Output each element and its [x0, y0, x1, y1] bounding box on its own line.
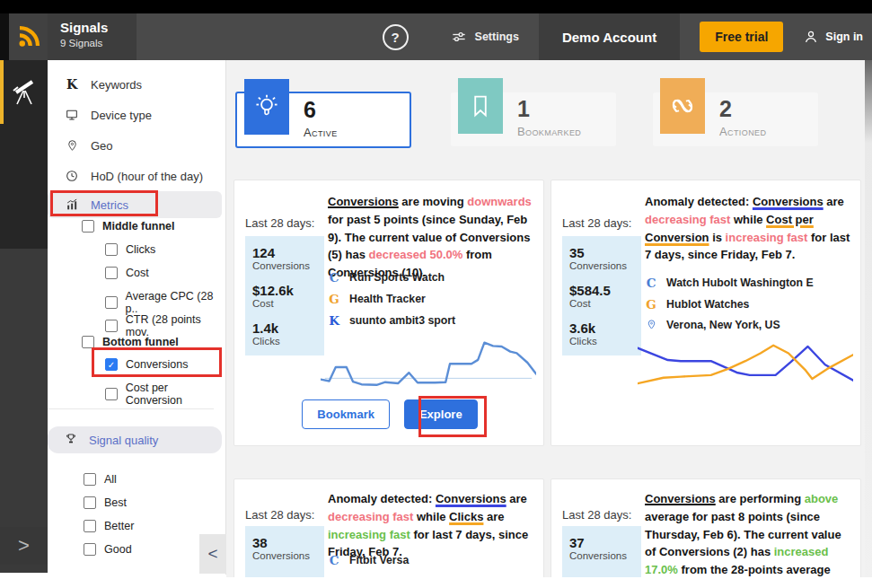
rss-logo-icon	[15, 23, 42, 50]
metrics-chart-icon	[64, 197, 80, 212]
sidebar-item-keywords[interactable]: K Keywords	[48, 71, 222, 98]
entity-campaign[interactable]: C Fitbit Versa	[328, 553, 409, 567]
stat-card-actioned[interactable]: 2 Actioned	[653, 92, 818, 146]
entity-c-icon: C	[645, 276, 657, 290]
filter-ctr[interactable]: CTR (28 points mov.	[105, 313, 225, 338]
sidebar-item-device-type[interactable]: Device type	[48, 101, 222, 128]
checkbox[interactable]	[84, 520, 96, 532]
filter-conversions[interactable]: Conversions	[105, 358, 188, 371]
checkbox[interactable]	[82, 220, 94, 233]
bookmark-button[interactable]: Bookmark	[302, 399, 390, 429]
sidebar-item-hod[interactable]: HoD (hour of the day)	[48, 162, 222, 189]
vertical-scrollbar[interactable]	[865, 60, 872, 577]
sidebar-item-geo[interactable]: Geo	[48, 132, 222, 159]
sign-in-button[interactable]: Sign in	[803, 29, 863, 45]
entity-location[interactable]: Verona, New York, US	[645, 318, 780, 331]
app-logo[interactable]	[9, 13, 48, 60]
app-title: Signals	[60, 20, 137, 36]
stat-card-bookmarked[interactable]: 1 Bookmarked	[451, 92, 616, 146]
metric-label: Clicks	[252, 336, 317, 347]
stat-card-active[interactable]: 6 Active	[235, 92, 411, 148]
checkbox[interactable]	[84, 496, 96, 509]
checkbox[interactable]	[105, 267, 118, 279]
quality-good[interactable]: Good	[84, 543, 132, 556]
signal-card-4: Last 28 days: 37 Conversions Conversions…	[551, 478, 861, 577]
bookmarked-count: 1	[517, 96, 530, 122]
telescope-nav-icon[interactable]	[9, 76, 40, 114]
metric-value: 35	[569, 245, 634, 260]
help-icon[interactable]: ?	[383, 24, 409, 50]
settings-label: Settings	[475, 31, 519, 43]
entity-campaign[interactable]: C Run Sports Watch	[328, 270, 445, 285]
entity-g-icon: G	[328, 575, 340, 577]
metric-value: 3.6k	[569, 320, 634, 336]
metric-label: Cost	[569, 298, 634, 309]
sidebar-item-label: Signal quality	[89, 434, 158, 447]
location-pin-icon	[645, 318, 657, 331]
actioned-count: 2	[719, 96, 732, 122]
sidebar-item-label: Geo	[91, 139, 113, 153]
filter-average-cpc[interactable]: Average CPC (28 p..	[105, 290, 225, 315]
filter-clicks[interactable]: Clicks	[105, 243, 155, 256]
sidebar-item-label: Keywords	[91, 78, 142, 92]
free-trial-button[interactable]: Free trial	[700, 22, 783, 52]
explore-button[interactable]: Explore	[404, 399, 478, 429]
entity-adgroup[interactable]: G Fitbit Versa 2	[328, 575, 418, 577]
geo-pin-icon	[64, 138, 80, 153]
entity-g-icon: G	[645, 297, 657, 312]
metric-panel: 37 Conversions	[562, 526, 641, 577]
metric-value: $12.6k	[252, 283, 317, 298]
trend-chart	[638, 340, 853, 392]
metric-panel: 35 Conversions $584.5 Cost 3.6k Clicks	[562, 236, 641, 355]
keywords-k-icon: K	[64, 77, 80, 92]
insight-text: Anomaly detected: Conversions are decrea…	[328, 490, 534, 561]
clock-icon	[64, 169, 80, 183]
app-title-block[interactable]: Signals 9 Signals	[48, 13, 137, 60]
signals-dashboard: Signals 9 Signals ? Settings Demo Accoun…	[0, 0, 872, 588]
filter-group-bottom-funnel[interactable]: Bottom funnel	[82, 336, 179, 348]
active-count: 6	[304, 97, 316, 123]
period-label: Last 28 days:	[245, 216, 314, 230]
account-label: Demo Account	[562, 30, 656, 45]
entity-adgroup[interactable]: G Health Tracker	[328, 292, 426, 306]
entity-adgroup[interactable]: G Hublot Watches	[645, 297, 749, 312]
quality-all[interactable]: All	[84, 473, 117, 486]
header-left-edge	[0, 13, 9, 60]
filter-group-middle-funnel[interactable]: Middle funnel	[82, 220, 175, 233]
account-switcher[interactable]: Demo Account	[539, 13, 680, 60]
entity-c-icon: C	[328, 553, 340, 567]
signal-card-2: Last 28 days: 35 Conversions $584.5 Cost…	[551, 180, 861, 446]
lightbulb-icon	[244, 79, 289, 135]
filter-cost[interactable]: Cost	[105, 267, 149, 279]
metric-label: Conversions	[252, 550, 317, 561]
checkbox[interactable]	[82, 336, 94, 348]
signal-count: 9 Signals	[60, 38, 137, 48]
settings-button[interactable]: Settings	[450, 28, 519, 46]
sidebar-item-label: HoD (hour of the day)	[91, 170, 203, 183]
quality-better[interactable]: Better	[84, 520, 134, 532]
left-rail-lower	[0, 249, 48, 573]
metric-panel: 124 Conversions $12.6k Cost 1.4k Clicks	[245, 236, 324, 355]
active-label: Active	[304, 126, 338, 139]
checkbox-checked[interactable]	[105, 358, 118, 371]
quality-best[interactable]: Best	[84, 496, 127, 509]
entity-campaign[interactable]: C Watch Hubolt Washington E	[645, 276, 814, 290]
checkbox[interactable]	[105, 296, 118, 309]
sidebar-item-signal-quality[interactable]: Signal quality	[48, 426, 222, 453]
checkbox[interactable]	[105, 320, 118, 332]
signal-card-3: Last 28 days: 38 Conversions Anomaly det…	[233, 478, 544, 577]
entity-keyword[interactable]: K suunto ambit3 sport	[328, 313, 455, 328]
expand-rail-button[interactable]: >	[0, 527, 48, 565]
checkbox[interactable]	[105, 388, 118, 400]
checkbox[interactable]	[84, 543, 96, 556]
sidebar-divider	[48, 408, 214, 409]
checkbox[interactable]	[84, 473, 96, 486]
sidebar-item-metrics[interactable]: Metrics	[48, 191, 222, 218]
checkbox[interactable]	[105, 243, 118, 256]
trend-chart	[321, 335, 536, 391]
entity-c-icon: C	[328, 270, 340, 285]
collapse-sidebar-button[interactable]: <	[199, 534, 226, 574]
entity-g-icon: G	[328, 292, 340, 306]
active-rail-accent	[0, 60, 4, 124]
filter-cost-per-conversion[interactable]: Cost per Conversion	[105, 382, 225, 407]
